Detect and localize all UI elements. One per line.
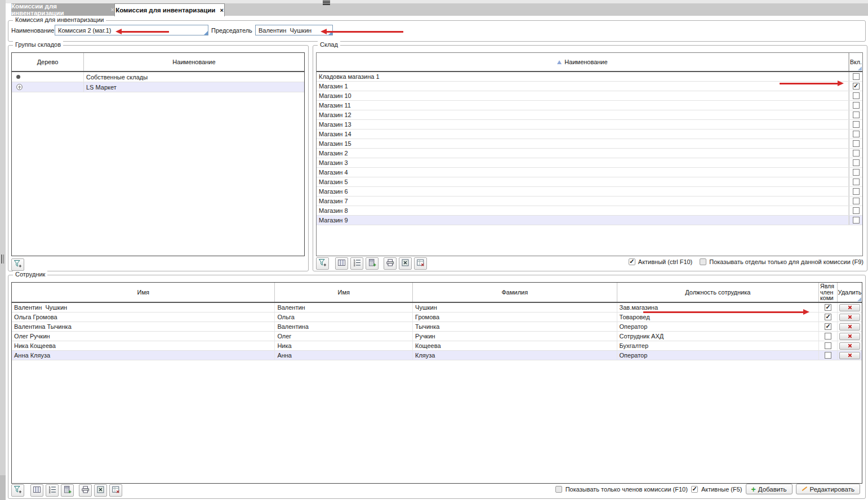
calculator-add-icon xyxy=(63,485,72,495)
include-checkbox[interactable] xyxy=(853,111,860,118)
column-header-position[interactable]: Должность сотрудника xyxy=(617,283,820,302)
numbered-list-button[interactable] xyxy=(46,484,59,497)
table-body: Кладовка магазина 1Магазин 1Магазин 10Ма… xyxy=(317,72,862,225)
columns-button[interactable] xyxy=(335,257,348,270)
member-checkbox[interactable] xyxy=(825,323,831,330)
calculator-add-button[interactable] xyxy=(61,484,74,497)
include-checkbox[interactable] xyxy=(853,169,860,176)
filter-add-button[interactable] xyxy=(11,484,24,497)
excel-button[interactable] xyxy=(94,484,107,497)
include-checkbox[interactable] xyxy=(853,198,860,204)
employee-last-name-cell: Ручкин xyxy=(413,332,617,341)
active-employees-checkbox[interactable] xyxy=(691,486,698,493)
column-header-name[interactable]: Наименование xyxy=(84,53,304,71)
grid-remove-button[interactable] xyxy=(414,257,427,270)
member-checkbox[interactable] xyxy=(825,333,831,340)
warehouse-row[interactable]: Магазин 12 xyxy=(317,110,862,120)
delete-button[interactable] xyxy=(839,323,860,331)
member-checkbox[interactable] xyxy=(825,314,831,320)
add-button[interactable]: Добавить xyxy=(746,484,793,494)
warehouse-name-cell: Магазин 13 xyxy=(317,120,849,129)
employee-row[interactable]: Валентина ТычинкаВалентинаТычинкаОперато… xyxy=(12,322,862,332)
delete-x-icon xyxy=(847,305,852,310)
filter-add-button[interactable] xyxy=(316,257,329,270)
tree-row[interactable]: LS Маркет xyxy=(12,82,304,92)
warehouse-row[interactable]: Магазин 10 xyxy=(317,91,862,101)
delete-button[interactable] xyxy=(839,342,860,350)
splitter-handle[interactable] xyxy=(1,255,5,264)
member-checkbox[interactable] xyxy=(825,352,831,359)
only-members-checkbox[interactable] xyxy=(555,486,562,493)
warehouse-row[interactable]: Магазин 4 xyxy=(317,168,862,177)
include-checkbox[interactable] xyxy=(853,102,860,109)
warehouse-row[interactable]: Магазин 9 xyxy=(317,216,862,225)
include-checkbox[interactable] xyxy=(853,188,860,195)
filter-add-icon xyxy=(14,260,22,270)
printer-button[interactable] xyxy=(384,257,397,270)
column-header-tree[interactable]: Дерево xyxy=(12,53,84,71)
include-checkbox[interactable] xyxy=(853,178,860,185)
column-header-first-name[interactable]: Имя xyxy=(275,283,413,302)
group-name-cell: Собственные склады xyxy=(84,72,304,82)
employee-row[interactable]: Олег РучкинОлегРучкинСотрудник АХД xyxy=(12,332,862,341)
edit-button[interactable]: Редактировать xyxy=(796,484,860,494)
dot-icon[interactable] xyxy=(16,75,20,79)
employee-position-cell: Оператор xyxy=(617,322,820,331)
delete-button[interactable] xyxy=(839,304,860,311)
warehouse-row[interactable]: Магазин 11 xyxy=(317,101,862,110)
active-checkbox[interactable] xyxy=(629,258,635,265)
include-checkbox[interactable] xyxy=(853,131,860,137)
printer-button[interactable] xyxy=(79,484,92,497)
numbered-list-button[interactable] xyxy=(350,257,363,270)
tab-commission-card[interactable]: Комиссия для инвентаризации × xyxy=(114,3,225,16)
column-header-included[interactable]: Вкл. xyxy=(849,53,862,71)
warehouse-include-cell xyxy=(849,101,862,110)
warehouse-row[interactable]: Магазин 14 xyxy=(317,130,862,139)
include-checkbox[interactable] xyxy=(853,92,860,99)
warehouse-row[interactable]: Магазин 8 xyxy=(317,206,862,216)
warehouses-table-toolbar xyxy=(316,257,429,270)
include-checkbox[interactable] xyxy=(853,159,860,166)
column-header-name[interactable]: Наименование xyxy=(317,53,849,71)
delete-button[interactable] xyxy=(839,333,860,340)
expand-plus-icon[interactable] xyxy=(16,84,23,90)
warehouse-row[interactable]: Магазин 15 xyxy=(317,139,862,149)
warehouse-row[interactable]: Магазин 13 xyxy=(317,120,862,130)
include-checkbox[interactable] xyxy=(853,83,860,90)
filter-add-button[interactable] xyxy=(11,258,24,271)
delete-button[interactable] xyxy=(839,314,860,321)
columns-button[interactable] xyxy=(30,484,43,497)
employee-row[interactable]: Ника КощееваНикаКощееваБухгалтер xyxy=(12,341,862,351)
warehouse-row[interactable]: Магазин 5 xyxy=(317,177,862,187)
member-checkbox[interactable] xyxy=(825,342,831,349)
column-header-delete[interactable]: Удалить xyxy=(838,283,862,302)
employee-member-cell xyxy=(819,303,838,312)
member-checkbox[interactable] xyxy=(825,304,831,311)
column-header-last-name[interactable]: Фамилия xyxy=(413,283,617,302)
column-header-member[interactable]: Явля член коми xyxy=(819,283,838,302)
include-checkbox[interactable] xyxy=(853,73,860,80)
include-checkbox[interactable] xyxy=(853,150,860,157)
tab-commissions-list[interactable]: Комиссии для инвентаризации × xyxy=(11,3,114,16)
calculator-add-button[interactable] xyxy=(366,257,379,270)
close-icon[interactable]: × xyxy=(220,7,223,14)
include-checkbox[interactable] xyxy=(853,217,860,224)
include-checkbox[interactable] xyxy=(853,121,860,128)
groupbox-legend: Группы складов xyxy=(13,41,63,48)
column-header-full-name[interactable]: Имя xyxy=(12,283,275,302)
warehouse-row[interactable]: Магазин 2 xyxy=(317,149,862,158)
table-header: Имя Имя Фамилия Должность сотрудника Явл… xyxy=(12,283,862,303)
warehouses-footer: Активный (ctrl F10) Показывать отделы то… xyxy=(629,258,863,265)
warehouse-row[interactable]: Магазин 6 xyxy=(317,187,862,197)
warehouse-row[interactable]: Магазин 7 xyxy=(317,197,862,206)
excel-button[interactable] xyxy=(399,257,412,270)
only-commission-departments-checkbox[interactable] xyxy=(700,258,706,265)
warehouse-row[interactable]: Магазин 3 xyxy=(317,158,862,168)
include-checkbox[interactable] xyxy=(853,140,860,147)
tree-row[interactable]: Собственные склады xyxy=(12,72,304,82)
tab-menu-icon[interactable] xyxy=(323,1,330,5)
employee-row[interactable]: Анна КляузаАннаКляузаОператор xyxy=(12,351,862,360)
include-checkbox[interactable] xyxy=(853,207,860,214)
delete-button[interactable] xyxy=(839,352,860,359)
grid-remove-button[interactable] xyxy=(109,484,122,497)
